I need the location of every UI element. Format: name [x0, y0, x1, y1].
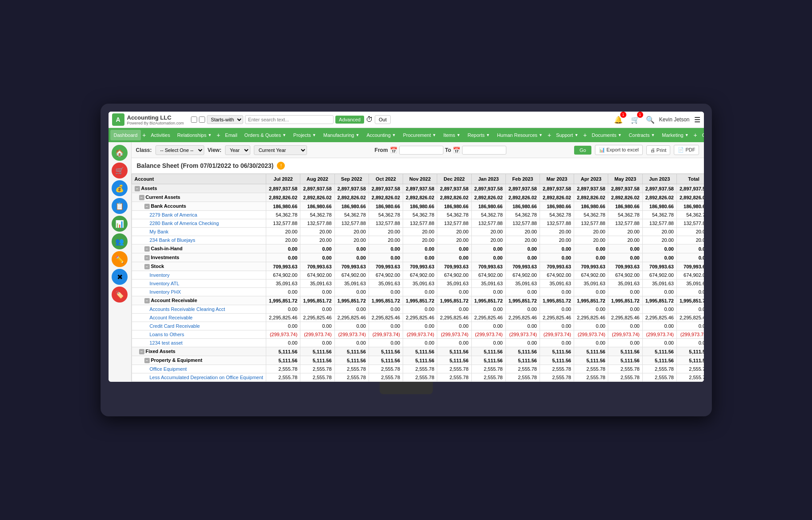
- nav-support[interactable]: Support ▼: [552, 130, 582, 140]
- value-cell: 2,892,826.02: [266, 193, 300, 202]
- value-cell: 186,980.66: [437, 202, 471, 211]
- nav-orders[interactable]: Orders & Quotes ▼: [241, 130, 290, 140]
- value-cell: 35,091.63: [540, 279, 574, 288]
- nav-plus-3[interactable]: +: [546, 132, 552, 139]
- to-calendar-icon[interactable]: 📅: [453, 147, 460, 154]
- info-icon[interactable]: !: [277, 162, 285, 170]
- to-date-input[interactable]: [462, 146, 506, 155]
- out-button[interactable]: Out: [375, 115, 391, 124]
- nav-email[interactable]: Email: [221, 130, 241, 140]
- value-cell: 2,555.78: [266, 373, 300, 382]
- value-cell: 2,295,825.46: [266, 314, 300, 322]
- nav-accounting[interactable]: Accounting ▼: [363, 130, 399, 140]
- nav-plus-1[interactable]: +: [141, 132, 147, 139]
- value-cell: 0.00: [540, 288, 574, 296]
- sidebar-tag-icon[interactable]: 🏷️: [112, 287, 128, 303]
- nav-contracts[interactable]: Contracts ▼: [625, 130, 658, 140]
- value-cell: 20.00: [403, 236, 437, 244]
- view-select[interactable]: Year: [225, 145, 250, 155]
- sidebar-list-icon[interactable]: 📋: [112, 198, 128, 214]
- value-cell: (299,973.74): [334, 330, 369, 339]
- sidebar-chart-icon[interactable]: 📊: [112, 216, 128, 232]
- value-cell: 186,980.66: [540, 202, 574, 211]
- value-cell: 186,980.66: [300, 202, 334, 211]
- value-cell: 2,897,937.58: [334, 184, 369, 193]
- collapse-icon[interactable]: −: [144, 298, 150, 303]
- advanced-button[interactable]: Advanced: [335, 116, 364, 124]
- sidebar-home-icon[interactable]: 🏠: [112, 145, 128, 161]
- value-cell: 2,897,937.58: [300, 184, 334, 193]
- collapse-icon[interactable]: −: [135, 186, 140, 191]
- collapse-icon[interactable]: −: [144, 264, 150, 269]
- value-cell: 0.00: [437, 305, 471, 314]
- sidebar-people-icon[interactable]: 👥: [112, 233, 128, 249]
- class-select[interactable]: -- Select One --: [155, 145, 204, 155]
- collapse-icon[interactable]: −: [144, 246, 150, 252]
- value-cell: 0.00: [608, 288, 642, 296]
- account-label: Accounts Receivable Clearing Acct: [150, 307, 225, 312]
- value-cell: 0.00: [676, 305, 703, 314]
- nav-projects[interactable]: Projects ▼: [290, 130, 320, 140]
- search-icon[interactable]: 🔍: [646, 116, 655, 124]
- nav-contacts[interactable]: Contacts ▼: [699, 130, 704, 140]
- search-input[interactable]: [245, 115, 334, 124]
- nav-procurement[interactable]: Procurement ▼: [400, 130, 440, 140]
- sidebar-x-icon[interactable]: ✖: [112, 269, 128, 285]
- value-cell: 2,555.78: [642, 373, 676, 382]
- go-button[interactable]: Go: [574, 146, 591, 155]
- collapse-icon[interactable]: −: [139, 195, 144, 200]
- value-cell: 5,111.56: [608, 347, 642, 356]
- nav-plus-2[interactable]: +: [215, 132, 221, 139]
- period-select[interactable]: Current Year: [254, 145, 307, 155]
- nav-manufacturing[interactable]: Manufacturing ▼: [320, 130, 363, 140]
- user-name: Kevin Jetson: [659, 116, 690, 123]
- collapse-icon[interactable]: −: [144, 358, 150, 363]
- collapse-icon[interactable]: −: [139, 349, 144, 354]
- account-label: 234 Bank of Bluejays: [150, 237, 195, 243]
- table-row: −Bank Accounts186,980.66186,980.66186,98…: [132, 202, 704, 211]
- table-row: 234 Bank of Bluejays20.0020.0020.0020.00…: [132, 236, 704, 244]
- export-excel-button[interactable]: 📊 Export to excel: [595, 145, 643, 155]
- menu-icon[interactable]: ☰: [694, 116, 700, 124]
- collapse-icon[interactable]: −: [144, 204, 150, 209]
- pdf-button[interactable]: 📄 PDF: [674, 145, 699, 155]
- value-cell: 0.00: [437, 244, 471, 253]
- nav-marketing[interactable]: Marketing ▼: [658, 130, 692, 140]
- search-checkbox[interactable]: [191, 116, 197, 123]
- nav-reports[interactable]: Reports ▼: [464, 130, 493, 140]
- starts-with-select[interactable]: Starts-with: [207, 115, 243, 124]
- value-cell: 0.00: [676, 253, 703, 262]
- value-cell: 0.00: [608, 244, 642, 253]
- value-cell: 2,555.78: [505, 365, 540, 373]
- from-calendar-icon[interactable]: 📅: [390, 147, 397, 154]
- from-date-input[interactable]: [399, 146, 443, 155]
- nav-activities[interactable]: Activities: [148, 130, 174, 140]
- search-checkbox2[interactable]: [199, 116, 205, 123]
- nav-relationships[interactable]: Relationships ▼: [174, 130, 215, 140]
- value-cell: 2,555.78: [505, 373, 540, 382]
- sidebar-cart-icon[interactable]: 🛒: [112, 163, 128, 179]
- value-cell: 0.00: [505, 244, 540, 253]
- nav-hr[interactable]: Human Resources ▼: [493, 130, 546, 140]
- timer-icon[interactable]: ⏱: [366, 116, 373, 124]
- nav-items[interactable]: Items ▼: [440, 130, 464, 140]
- value-cell: 0.00: [334, 253, 369, 262]
- cart-icon[interactable]: 🛒 1: [629, 113, 641, 126]
- value-cell: 2,555.78: [676, 373, 703, 382]
- value-cell: 132,577.88: [403, 219, 437, 228]
- nav-dashboard[interactable]: Dashboard: [110, 130, 141, 140]
- value-cell: 2,295,825.46: [437, 314, 471, 322]
- value-cell: 1,995,851.72: [676, 296, 703, 305]
- value-cell: 2,892,826.02: [403, 193, 437, 202]
- sidebar-pencil-icon[interactable]: ✏️: [112, 251, 128, 267]
- nav-documents[interactable]: Documents ▼: [588, 130, 626, 140]
- sidebar-coin-icon[interactable]: 💰: [112, 180, 128, 196]
- value-cell: 1,995,851.72: [300, 296, 334, 305]
- print-button[interactable]: 🖨 Print: [646, 145, 671, 155]
- nav-plus-5[interactable]: +: [692, 132, 699, 139]
- notification-bell-icon[interactable]: 🔔 1: [612, 113, 625, 126]
- table-row: My Bank20.0020.0020.0020.0020.0020.0020.…: [132, 228, 704, 236]
- collapse-icon[interactable]: −: [144, 255, 150, 260]
- nav-plus-4[interactable]: +: [582, 132, 588, 139]
- value-cell: 132,577.88: [608, 219, 642, 228]
